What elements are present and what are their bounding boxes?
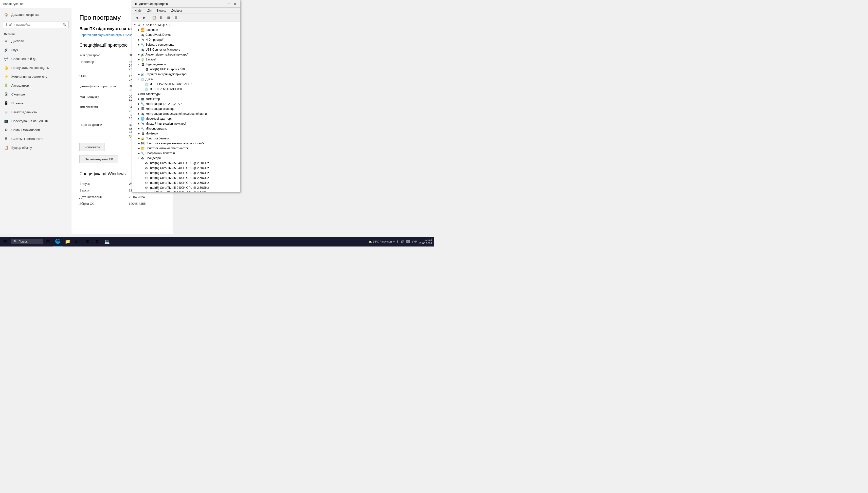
tree-item[interactable]: ⚙ Intel(R) Core(TM) i5-9400H CPU @ 2.50G… bbox=[132, 180, 240, 185]
tree-item[interactable]: ▶ 🌐 Мережеві адаптери bbox=[132, 116, 240, 121]
tree-item[interactable]: 🖥 Intel(R) UHD Graphics 630 bbox=[132, 67, 240, 72]
tree-toggle-19[interactable]: ▶ bbox=[137, 122, 141, 125]
tree-item[interactable]: 💿 TOSHIBA MQ01ACF050 bbox=[132, 87, 240, 91]
tree-toggle-7[interactable]: ▼ bbox=[137, 63, 141, 66]
sidebar-item-sound[interactable]: 🔊 Звук bbox=[0, 45, 71, 54]
tree-item[interactable]: ⚙ Intel(R) Core(TM) i5-9400H CPU @ 2.50G… bbox=[132, 175, 240, 180]
tree-item[interactable]: ▶ 🔒 Пристрої безпеки bbox=[132, 136, 240, 141]
sidebar-item-display[interactable]: 🖥 Дисплей bbox=[0, 37, 71, 45]
tree-item[interactable]: ▶ 🔊 Аудіо-, відео- та ігрові пристрої bbox=[132, 52, 240, 57]
tree-item[interactable]: ▶ 🖱 Миша й інші вказівні пристрої bbox=[132, 121, 240, 126]
rename-button[interactable]: Перейменувати ПК bbox=[79, 155, 118, 163]
devmgr-maximize-button[interactable]: □ bbox=[226, 1, 232, 7]
taskbar-folder-app[interactable]: 📁 bbox=[63, 237, 72, 246]
sidebar-item-storage[interactable]: 🗄 Сховище bbox=[0, 90, 71, 99]
toolbar-forward-button[interactable]: ▶ bbox=[141, 15, 147, 20]
sidebar-item-projecting[interactable]: 📺 Проєктування на цей ПК bbox=[0, 116, 71, 125]
tree-toggle-0[interactable]: ▶ bbox=[137, 28, 141, 31]
sidebar-item-clipboard[interactable]: 📋 Буфер обміну bbox=[0, 143, 71, 152]
sidebar-item-focus[interactable]: 🔔 Планувальник сповіщень bbox=[0, 63, 71, 72]
sidebar-item-shared[interactable]: ⚙ Спільні можливості bbox=[0, 125, 71, 134]
tree-item[interactable]: 🔌 ControlVault Device bbox=[132, 32, 240, 37]
tree-item[interactable]: ▶ 🔌 Контролери універсальної послідовної… bbox=[132, 111, 240, 116]
tree-item[interactable]: ▶ 🖱 HID-пристрої bbox=[132, 37, 240, 42]
tray-keyboard-icon[interactable]: ⌨ bbox=[406, 240, 410, 243]
taskbar-mail-app[interactable]: ✉ bbox=[82, 237, 92, 246]
tree-toggle-5[interactable]: ▶ bbox=[137, 53, 141, 56]
tree-toggle-6[interactable]: ▶ bbox=[137, 58, 141, 61]
tree-toggle-15[interactable]: ▶ bbox=[137, 102, 141, 106]
tree-item[interactable]: 💿 MTFDDAV256TBN-1AR15ABHA bbox=[132, 82, 240, 87]
tree-item[interactable]: ▶ 🔋 Батареї bbox=[132, 57, 240, 62]
start-button[interactable]: ⊞ bbox=[0, 237, 10, 246]
tree-toggle-26[interactable]: ▼ bbox=[137, 156, 141, 160]
toolbar-monitor-button[interactable]: 🖥 bbox=[173, 15, 179, 20]
tree-item[interactable]: 🔌 USB Connector Managers bbox=[132, 47, 240, 52]
taskbar-settings-app[interactable]: ⚙ bbox=[92, 237, 102, 246]
tree-item[interactable]: ▶ 💾 Пристрої з використанням технології … bbox=[132, 141, 240, 146]
tree-toggle-10[interactable]: ▼ bbox=[137, 78, 141, 81]
tree-item[interactable]: ▼ 🖥 Відеоадаптери bbox=[132, 62, 240, 67]
sidebar-item-power[interactable]: ⚡ Живлення та режим сну bbox=[0, 72, 71, 81]
tree-item[interactable]: ▶ 🔊 Вхідні та вихідні аудіопристрої bbox=[132, 72, 240, 77]
taskbar-edge-app[interactable]: 🌐 bbox=[53, 237, 63, 246]
tree-item[interactable]: ▶ 🔧 Software components bbox=[132, 42, 240, 47]
tree-item[interactable]: ▶ 🔧 Мікропрограма: bbox=[132, 126, 240, 131]
tree-item[interactable]: ▶ 🖥 Монітори bbox=[132, 131, 240, 136]
tree-item[interactable]: ▶ 🔧 Контролери IDE ATA/ATAPI bbox=[132, 102, 240, 106]
sidebar-item-multitask[interactable]: ⊞ Багатозадачність bbox=[0, 108, 71, 116]
tree-item[interactable]: ▶ 💻 Комп'ютер bbox=[132, 97, 240, 102]
devmgr-close-button[interactable]: ✕ bbox=[232, 1, 238, 7]
tree-item[interactable]: ▶ 🗄 Контролери сховища bbox=[132, 106, 240, 111]
sidebar-home-button[interactable]: 🏠 Домашня сторінка bbox=[0, 10, 71, 19]
tree-toggle-3[interactable]: ▶ bbox=[137, 43, 141, 46]
tree-item[interactable]: ▶ 📶 Bluetooth bbox=[132, 27, 240, 32]
copy-button[interactable]: Копіювати bbox=[79, 143, 105, 151]
tree-item[interactable]: ▶ ⌨ Клавіатури bbox=[132, 91, 240, 97]
tree-toggle-22[interactable]: ▶ bbox=[137, 137, 141, 140]
tree-toggle-16[interactable]: ▶ bbox=[137, 107, 141, 110]
tree-toggle-18[interactable]: ▶ bbox=[137, 117, 141, 121]
devmgr-menu-файл[interactable]: Файл bbox=[133, 8, 144, 13]
devmgr-menu-вигляд[interactable]: Вигляд bbox=[155, 8, 168, 13]
tray-clock[interactable]: 14:12 11.05.2024 bbox=[418, 238, 432, 245]
tree-item[interactable]: ⚙ Intel(R) Core(TM) i5-9400H CPU @ 2.50G… bbox=[132, 166, 240, 171]
tree-toggle-23[interactable]: ▶ bbox=[137, 142, 141, 145]
toolbar-back-button[interactable]: ◀ bbox=[134, 15, 140, 20]
tree-toggle-14[interactable]: ▶ bbox=[137, 97, 141, 101]
toolbar-view-button[interactable]: ▦ bbox=[165, 15, 172, 20]
taskbar-store-app[interactable]: 🛍 bbox=[72, 237, 82, 246]
tree-item[interactable]: ⚙ Intel(R) Core(TM) i5-9400H CPU @ 2.50G… bbox=[132, 185, 240, 190]
tree-item[interactable]: ▶ 💳 Пристрої читання смарт-карток bbox=[132, 146, 240, 151]
tree-item[interactable]: ⚙ Intel(R) Core(TM) i5-9400H CPU @ 2.50G… bbox=[132, 190, 240, 192]
tray-weather[interactable]: ⛅ 14°C Partly sunny bbox=[368, 240, 394, 243]
tree-item[interactable]: ▶ 🔧 Програмний пристрій bbox=[132, 151, 240, 156]
toolbar-properties-button[interactable]: 📋 bbox=[151, 15, 157, 20]
toolbar-facebook-button[interactable]: 🖥 bbox=[158, 15, 164, 20]
tree-toggle-9[interactable]: ▶ bbox=[137, 72, 141, 76]
search-input[interactable] bbox=[3, 21, 69, 28]
tree-root[interactable]: ▼ 🖥 DESKTOP-2MIQFKB bbox=[132, 22, 240, 27]
taskbar-search[interactable]: 🔍 Пошук bbox=[11, 239, 43, 244]
sidebar-item-battery[interactable]: 🔋 Акумулятор bbox=[0, 81, 71, 90]
tray-volume-icon[interactable]: 🔊 bbox=[401, 240, 404, 243]
tree-toggle-24[interactable]: ▶ bbox=[137, 147, 141, 150]
tree-item[interactable]: ⚙ Intel(R) Core(TM) i5-9400H CPU @ 2.50G… bbox=[132, 160, 240, 166]
tree-toggle-17[interactable]: ▶ bbox=[137, 112, 141, 115]
tray-network-icon[interactable]: ⬆ bbox=[396, 240, 398, 243]
sidebar-item-tablet[interactable]: 📱 Планшет bbox=[0, 99, 71, 108]
tree-toggle-25[interactable]: ▶ bbox=[137, 151, 141, 155]
tree-toggle-20[interactable]: ▶ bbox=[137, 127, 141, 130]
tree-item[interactable]: ⚙ Intel(R) Core(TM) i5-9400H CPU @ 2.50G… bbox=[132, 171, 240, 175]
tree-item[interactable]: ▼ 💿 Диски bbox=[132, 77, 240, 82]
devmgr-minimize-button[interactable]: ─ bbox=[221, 1, 226, 7]
tray-language[interactable]: УКР bbox=[412, 240, 417, 243]
sidebar-item-notifications[interactable]: 💬 Сповіщення й дії bbox=[0, 54, 71, 63]
tree-toggle-21[interactable]: ▶ bbox=[137, 132, 141, 135]
taskbar-task-view[interactable]: ⊟ bbox=[43, 237, 53, 246]
taskbar-terminal-app[interactable]: 💻 bbox=[102, 237, 112, 246]
devmgr-menu-довідка[interactable]: Довідка bbox=[169, 8, 184, 13]
sidebar-item-system_components[interactable]: 🖥 Системні компоненти bbox=[0, 134, 71, 143]
devmgr-menu-дія[interactable]: Дія bbox=[145, 8, 154, 13]
tree-toggle-2[interactable]: ▶ bbox=[137, 38, 141, 41]
